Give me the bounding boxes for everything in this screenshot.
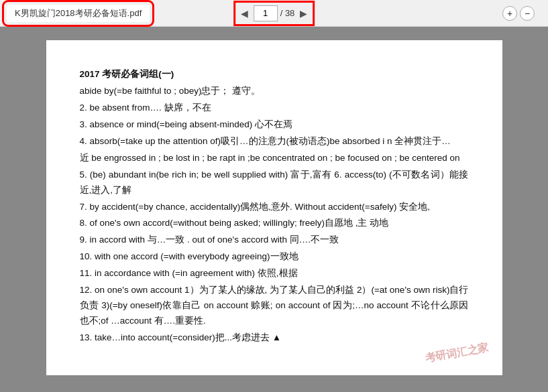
content-line: 4. absorb(=take up the attention of)吸引…的… xyxy=(80,134,469,149)
content-line: 2. be absent from…. 缺席，不在 xyxy=(80,101,469,116)
content-line: 7. by accident(=by chance, accidentally)… xyxy=(80,200,469,215)
page-total-label: / 38 xyxy=(280,8,295,18)
next-page-button[interactable]: ▶ xyxy=(297,7,310,20)
content-lines: abide by(=be faithful to ; obey)忠于； 遵守。2… xyxy=(80,84,469,346)
content-line: 10. with one accord (=with everybody agr… xyxy=(80,249,469,265)
zoom-in-button[interactable]: + xyxy=(502,6,517,21)
page-number-input[interactable] xyxy=(254,5,278,21)
content-line: 近 be engrossed in ; be lost in ; be rapt… xyxy=(80,151,469,166)
content-line: 11. in accordance with (=in agreement wi… xyxy=(80,266,469,281)
zoom-out-button[interactable]: − xyxy=(520,6,535,21)
content-line: 12. on one's own account 1）为了某人的缘故, 为了某人… xyxy=(80,283,469,329)
content-line: 5. (be) abundant in(be rich in; be well … xyxy=(80,168,469,198)
content-line: abide by(=be faithful to ; obey)忠于； 遵守。 xyxy=(80,84,469,99)
content-line: 8. of one's own accord(=without being as… xyxy=(80,216,469,231)
page-navigation: ◀ / 38 ▶ xyxy=(238,5,311,21)
filename-label: K男凯旋门2018考研必备短语.pdf xyxy=(5,3,151,23)
filename-area: K男凯旋门2018考研必备短语.pdf xyxy=(5,3,151,23)
pdf-area: 2017 考研必备词组(一) abide by(=be faithful to … xyxy=(0,27,548,392)
content-line: 3. absence or mind(=being absent-minded)… xyxy=(80,117,469,133)
pdf-page: 2017 考研必备词组(一) abide by(=be faithful to … xyxy=(46,40,502,375)
content-line: 9. in accord with 与…一致 . out of one's ac… xyxy=(80,233,469,248)
content-title: 2017 考研必备词组(一) xyxy=(80,67,469,82)
content-line: 13. take…into account(=consider)把...考虑进去… xyxy=(80,330,469,346)
zoom-controls: + − xyxy=(502,6,535,21)
top-bar: K男凯旋门2018考研必备短语.pdf ◀ / 38 ▶ + − xyxy=(0,0,548,27)
prev-page-button[interactable]: ◀ xyxy=(238,7,251,20)
nav-area: ◀ / 38 ▶ xyxy=(238,5,311,21)
